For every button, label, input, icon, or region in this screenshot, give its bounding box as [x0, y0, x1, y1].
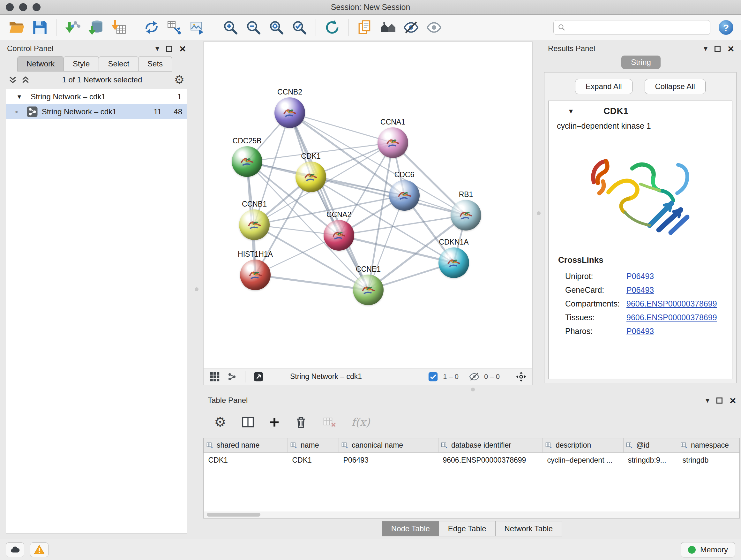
- network-node-hist1h1a[interactable]: [240, 260, 271, 290]
- collapse-all-icon[interactable]: [8, 75, 17, 84]
- add-column-icon[interactable]: +: [270, 416, 279, 428]
- column-header-namespace[interactable]: namespace: [678, 438, 740, 452]
- window-title: Session: New Session: [331, 3, 410, 12]
- cloud-button[interactable]: [6, 543, 24, 557]
- network-options-gear-icon[interactable]: ⚙: [174, 74, 185, 85]
- crosslink-link[interactable]: P06493: [626, 286, 654, 295]
- network-collection-row[interactable]: ▾ String Network – cdk1 1: [6, 89, 187, 104]
- close-panel-icon[interactable]: ×: [728, 45, 734, 52]
- panel-menu-icon[interactable]: ▾: [155, 44, 159, 53]
- birdseye-grid-icon[interactable]: [209, 371, 221, 383]
- column-header-database-identifier[interactable]: database identifier: [439, 438, 543, 452]
- help-button[interactable]: ?: [718, 19, 735, 36]
- zoom-selected-button[interactable]: [289, 17, 310, 38]
- network-edge[interactable]: [255, 275, 368, 290]
- open-session-button[interactable]: [6, 17, 27, 38]
- close-window-button[interactable]: [6, 3, 14, 11]
- network-node-ccnb1[interactable]: [239, 209, 270, 240]
- float-panel-icon[interactable]: [166, 46, 172, 52]
- network-node-ccna1[interactable]: [378, 127, 408, 158]
- zoom-window-button[interactable]: [32, 3, 41, 11]
- import-table-button[interactable]: [108, 17, 129, 38]
- zoom-fit-button[interactable]: [266, 17, 287, 38]
- zoom-out-button[interactable]: [243, 17, 264, 38]
- cell-name: CDK1: [288, 452, 339, 467]
- show-all-button[interactable]: [423, 17, 445, 38]
- import-network-database-button[interactable]: [85, 17, 106, 38]
- splitter-handle[interactable]: [195, 287, 199, 291]
- column-header-shared-name[interactable]: shared name: [204, 438, 288, 452]
- float-panel-icon[interactable]: [715, 46, 721, 52]
- expand-all-icon[interactable]: [21, 75, 30, 84]
- tab-string[interactable]: String: [621, 56, 661, 69]
- export-view-icon[interactable]: [253, 371, 265, 383]
- network-from-table-button[interactable]: [164, 17, 185, 38]
- float-panel-icon[interactable]: [717, 397, 723, 403]
- show-columns-icon[interactable]: [241, 415, 255, 429]
- splitter-handle[interactable]: [537, 211, 541, 215]
- panel-menu-icon[interactable]: ▾: [705, 396, 710, 405]
- table-row[interactable]: CDK1 CDK1 P06493 9606.ENSP00000378699 cy…: [204, 452, 740, 467]
- column-header-name[interactable]: name: [288, 438, 339, 452]
- hidden-eye-slash-icon[interactable]: [468, 371, 480, 383]
- network-edge[interactable]: [290, 113, 368, 290]
- export-image-button[interactable]: [187, 17, 208, 38]
- network-row[interactable]: ● String Network – cdk1 11 48: [6, 104, 187, 119]
- delete-column-trash-icon[interactable]: [294, 415, 308, 429]
- neighborhood-button[interactable]: [378, 17, 399, 38]
- share-network-icon[interactable]: [226, 371, 238, 383]
- zoom-in-button[interactable]: [220, 17, 241, 38]
- network-node-cdk1[interactable]: [295, 162, 326, 192]
- crosslink-link[interactable]: 9606.ENSP00000378699: [626, 313, 717, 322]
- network-node-cdc6[interactable]: [389, 180, 420, 211]
- column-header-canonical-name[interactable]: canonical name: [339, 438, 439, 452]
- tree-expand-icon[interactable]: ▾: [17, 92, 21, 101]
- hide-selected-button[interactable]: [401, 17, 421, 38]
- annotations-button[interactable]: [354, 17, 376, 38]
- tab-select[interactable]: Select: [98, 56, 138, 71]
- tab-style[interactable]: Style: [64, 56, 99, 71]
- toolbar-search[interactable]: [553, 20, 711, 35]
- import-network-file-button[interactable]: [62, 17, 83, 38]
- memory-button[interactable]: Memory: [681, 542, 735, 557]
- network-collection-label: String Network – cdk1: [30, 92, 106, 101]
- move-crosshair-icon[interactable]: [515, 371, 527, 383]
- new-network-button[interactable]: [141, 17, 162, 38]
- collapse-all-button[interactable]: Collapse All: [645, 79, 705, 94]
- toolbar-separator: [214, 19, 214, 36]
- network-node-cdc25b[interactable]: [232, 146, 262, 177]
- search-input[interactable]: [569, 23, 706, 32]
- minimize-window-button[interactable]: [19, 3, 27, 11]
- protein-card-header[interactable]: ▾ CDK1: [549, 101, 732, 119]
- network-node-cdkn1a[interactable]: [439, 247, 469, 278]
- tab-network[interactable]: Network: [17, 56, 64, 71]
- tab-sets[interactable]: Sets: [138, 56, 172, 71]
- tab-node-table[interactable]: Node Table: [382, 521, 439, 537]
- close-panel-icon[interactable]: ×: [179, 45, 186, 52]
- scrollbar-thumb[interactable]: [207, 513, 260, 516]
- network-canvas[interactable]: CCNB2CCNA1CDC25BCDK1CDC6RB1CCNB1CCNA2CDK…: [204, 42, 532, 368]
- close-panel-icon[interactable]: ×: [730, 397, 736, 403]
- table-options-gear-icon[interactable]: ⚙: [214, 415, 226, 429]
- selected-checkbox-icon[interactable]: [427, 371, 439, 383]
- warnings-button[interactable]: [30, 543, 49, 557]
- tab-network-table[interactable]: Network Table: [495, 521, 562, 537]
- panel-menu-icon[interactable]: ▾: [704, 44, 708, 53]
- refresh-layout-button[interactable]: [322, 17, 343, 38]
- crosslink-link[interactable]: 9606.ENSP00000378699: [626, 299, 717, 308]
- crosslink-link[interactable]: P06493: [626, 272, 654, 281]
- splitter-handle[interactable]: [471, 388, 475, 391]
- expand-all-button[interactable]: Expand All: [575, 79, 632, 94]
- horizontal-scrollbar[interactable]: [204, 511, 739, 518]
- collapse-section-icon[interactable]: ▾: [569, 107, 573, 116]
- toolbar-separator: [56, 19, 57, 36]
- network-node-ccna2[interactable]: [324, 220, 354, 251]
- network-node-rb1[interactable]: [451, 200, 481, 231]
- crosslink-link[interactable]: P06493: [626, 327, 654, 336]
- network-node-ccnb2[interactable]: [274, 98, 305, 128]
- tab-edge-table[interactable]: Edge Table: [439, 521, 495, 537]
- save-session-button[interactable]: [29, 17, 51, 38]
- network-node-ccne1[interactable]: [353, 274, 384, 305]
- column-header-id[interactable]: @id: [623, 438, 678, 452]
- column-header-description[interactable]: description: [543, 438, 623, 452]
